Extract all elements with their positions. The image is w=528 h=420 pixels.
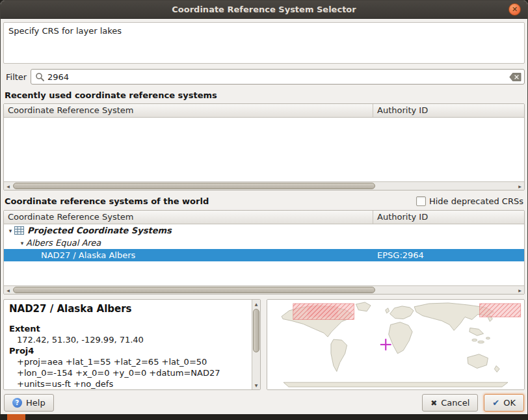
recent-table-header: Coordinate Reference System Authority ID <box>4 104 524 118</box>
recent-crs-table: Coordinate Reference System Authority ID… <box>3 103 525 190</box>
recent-hscrollbar[interactable]: ◀ ▶ <box>4 181 524 190</box>
extent-label: Extent <box>9 323 247 334</box>
scroll-down-icon[interactable]: ▼ <box>252 381 260 389</box>
scroll-right-icon[interactable]: ▶ <box>516 182 524 190</box>
ok-icon: ✔ <box>492 398 499 408</box>
scroll-left-icon[interactable]: ◀ <box>4 182 12 190</box>
extent-value: 172.42, 51.30, -129.99, 71.40 <box>9 334 247 345</box>
scroll-thumb[interactable] <box>253 309 259 352</box>
scroll-up-icon[interactable]: ▲ <box>252 300 260 308</box>
scroll-track[interactable] <box>253 308 259 381</box>
tree-row-nad27-alaska-albers[interactable]: NAD27 / Alaska Albers EPSG:2964 <box>4 249 524 261</box>
tree-label: Albers Equal Area <box>26 238 101 248</box>
tree-cell: ▾ Albers Equal Area <box>4 237 373 249</box>
world-table-body: ▾ Projected Coordinate Systems <box>4 224 524 285</box>
details-vscrollbar[interactable]: ▲ ▼ <box>252 300 260 389</box>
proj4-line: +units=us-ft +no_defs <box>9 378 247 389</box>
world-crs-table: Coordinate Reference System Authority ID… <box>3 210 525 295</box>
tree-row-albers-equal-area[interactable]: ▾ Albers Equal Area <box>4 237 524 249</box>
scroll-right-icon[interactable]: ▶ <box>516 286 524 294</box>
help-icon: ? <box>12 398 22 408</box>
world-table-header: Coordinate Reference System Authority ID <box>4 211 524 224</box>
authority-cell <box>373 224 524 237</box>
recent-col-crs[interactable]: Coordinate Reference System <box>4 104 373 117</box>
close-button[interactable]: ✕ <box>508 3 521 16</box>
help-glyph: ? <box>16 399 20 406</box>
desktop-strip <box>0 414 528 420</box>
scroll-thumb[interactable] <box>13 183 375 189</box>
proj4-line: +lon_0=-154 +x_0=0 +y_0=0 +datum=NAD27 <box>9 367 247 378</box>
recent-table-body <box>4 118 524 181</box>
help-button[interactable]: ? Help <box>4 394 54 412</box>
bottom-panels: NAD27 / Alaska Albers Extent 172.42, 51.… <box>3 299 525 390</box>
recent-col-authority[interactable]: Authority ID <box>373 104 524 117</box>
message-text: Specify CRS for layer lakes <box>8 26 122 36</box>
desktop-accent <box>7 414 25 420</box>
world-section-heading: Coordinate reference systems of the worl… <box>5 196 209 206</box>
search-icon <box>35 72 44 81</box>
tree-cell: NAD27 / Alaska Albers <box>4 249 373 261</box>
expander-icon[interactable]: ▾ <box>7 228 14 234</box>
crs-name: NAD27 / Alaska Albers <box>9 303 247 315</box>
crs-message-box: Specify CRS for layer lakes <box>3 22 525 64</box>
screen: Coordinate Reference System Selector ✕ S… <box>0 0 528 420</box>
crs-details-panel: NAD27 / Alaska Albers Extent 172.42, 51.… <box>3 299 261 390</box>
filter-row: Filter <box>3 69 525 85</box>
button-row: ? Help ✖ Cancel ✔ OK <box>3 394 525 412</box>
scroll-track[interactable] <box>12 287 516 293</box>
world-map-svg <box>267 300 524 389</box>
filter-input[interactable] <box>47 70 507 83</box>
clear-icon <box>509 73 521 81</box>
checkbox-label: Hide deprecated CRSs <box>429 196 523 206</box>
recent-section-heading: Recently used coordinate reference syste… <box>5 90 525 100</box>
crs-selector-dialog: Coordinate Reference System Selector ✕ S… <box>0 0 528 414</box>
cancel-button[interactable]: ✖ Cancel <box>422 394 478 412</box>
extent-preview-map <box>267 299 525 390</box>
ok-label: OK <box>503 398 516 408</box>
projected-systems-grid-icon <box>14 226 24 235</box>
tree-cell: ▾ Projected Coordinate Systems <box>4 224 373 237</box>
filter-label: Filter <box>3 72 31 82</box>
hide-deprecated-checkbox[interactable]: Hide deprecated CRSs <box>416 196 523 206</box>
window-title: Coordinate Reference System Selector <box>172 5 356 14</box>
crs-details-content: NAD27 / Alaska Albers Extent 172.42, 51.… <box>4 300 260 389</box>
world-heading-row: Coordinate reference systems of the worl… <box>5 196 523 206</box>
tree-label: Projected Coordinate Systems <box>27 226 172 235</box>
scroll-left-icon[interactable]: ◀ <box>4 286 12 294</box>
proj4-line: +proj=aea +lat_1=55 +lat_2=65 +lat_0=50 <box>9 356 247 367</box>
clear-filter-button[interactable] <box>509 73 521 81</box>
world-hscrollbar[interactable]: ◀ ▶ <box>4 285 524 294</box>
scroll-thumb[interactable] <box>13 287 375 293</box>
world-col-crs[interactable]: Coordinate Reference System <box>4 211 373 224</box>
expander-icon[interactable]: ▾ <box>18 240 26 246</box>
titlebar: Coordinate Reference System Selector ✕ <box>1 1 527 19</box>
close-icon: ✕ <box>512 6 518 13</box>
cancel-icon: ✖ <box>430 399 437 408</box>
authority-id: EPSG:2964 <box>377 250 424 260</box>
help-label: Help <box>26 398 46 408</box>
authority-cell: EPSG:2964 <box>373 249 524 261</box>
scroll-track[interactable] <box>12 183 516 189</box>
filter-field <box>31 69 525 85</box>
ok-button[interactable]: ✔ OK <box>484 394 524 412</box>
proj4-label: Proj4 <box>9 345 247 356</box>
world-col-authority[interactable]: Authority ID <box>373 211 524 224</box>
dialog-body: Specify CRS for layer lakes Filter <box>1 19 527 414</box>
tree-label: NAD27 / Alaska Albers <box>41 250 135 260</box>
authority-cell <box>373 237 524 249</box>
tree-row-projected-coordinate-systems[interactable]: ▾ Projected Coordinate Systems <box>4 224 524 237</box>
checkbox-box-icon[interactable] <box>416 196 426 206</box>
cancel-label: Cancel <box>441 398 469 408</box>
